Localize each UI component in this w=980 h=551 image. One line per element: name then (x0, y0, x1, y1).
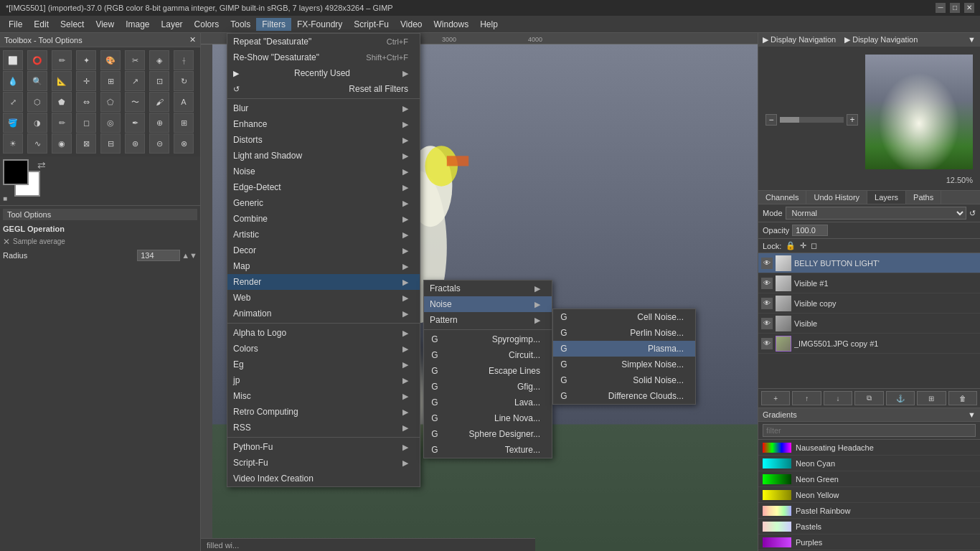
menu-view[interactable]: View (90, 18, 120, 31)
gradient-item-neon-cyan[interactable]: Neon Cyan (758, 456, 980, 471)
noise-cell-noise[interactable]: G Cell Noise... (553, 309, 695, 325)
move-layer-up[interactable]: ↑ (792, 391, 821, 405)
gradients-collapse[interactable]: ▼ (968, 410, 976, 419)
noise-simplex-noise[interactable]: G Simplex Noise... (553, 357, 695, 372)
tool-smudge[interactable]: ∿ (27, 133, 47, 154)
nav-collapse[interactable]: ▼ (968, 35, 976, 44)
radius-spinner[interactable]: ▲▼ (182, 251, 197, 260)
tool-color-picker[interactable]: 💧 (3, 71, 23, 91)
tool-airbrush[interactable]: ◎ (100, 113, 121, 133)
menu-windows[interactable]: Windows (428, 18, 474, 31)
filter-noise[interactable]: Noise ▶ (227, 164, 420, 179)
menu-script-fu[interactable]: Script-Fu (348, 18, 395, 31)
radius-input[interactable] (137, 250, 180, 261)
tool-flip[interactable]: ⇔ (76, 92, 96, 112)
opacity-input[interactable] (792, 225, 828, 236)
tab-paths[interactable]: Paths (906, 191, 941, 204)
tool-free-select[interactable]: ✏ (52, 50, 72, 70)
layer-visibility-0[interactable]: 👁 (761, 258, 773, 269)
layer-item-img5501-copy[interactable]: 👁 _IMG5501.JPG copy #1 (758, 334, 980, 354)
gradient-item-pastels[interactable]: Pastels (758, 519, 980, 534)
tool-rect-select[interactable]: ⬜ (3, 50, 23, 70)
gradient-item-nauseating-headache[interactable]: Nauseating Headache (758, 440, 980, 456)
filter-retro-computing[interactable]: Retro Computing ▶ (227, 404, 420, 420)
maximize-button[interactable]: □ (950, 3, 960, 13)
tool-select-by-color[interactable]: 🎨 (100, 50, 121, 70)
tool-warp[interactable]: 〜 (125, 92, 145, 112)
layer-item-visible-copy[interactable]: 👁 Visible copy (758, 293, 980, 314)
filter-render[interactable]: Render ▶ (227, 274, 420, 290)
tab-undo-history[interactable]: Undo History (806, 191, 867, 204)
noise-difference-clouds[interactable]: G Difference Clouds... (553, 388, 695, 404)
mode-select[interactable]: Normal (786, 207, 966, 220)
filter-blur[interactable]: Blur ▶ (227, 100, 420, 116)
tool-pencil[interactable]: ✏ (52, 113, 72, 133)
tool-clone[interactable]: ⊕ (149, 113, 169, 133)
layer-visibility-3[interactable]: 👁 (761, 318, 773, 329)
filter-alpha-to-logo[interactable]: Alpha to Logo ▶ (227, 325, 420, 341)
filter-repeat-desaturate[interactable]: Repeat "Desaturate" Ctrl+F (227, 34, 420, 50)
filter-distorts[interactable]: Distorts ▶ (227, 132, 420, 148)
filter-reshow-desaturate[interactable]: Re-Show "Desaturate" Shift+Ctrl+F (227, 50, 420, 65)
zoom-minus[interactable]: − (765, 114, 777, 126)
filter-reset-all[interactable]: ↺ Reset all Filters (227, 81, 420, 97)
menu-video[interactable]: Video (395, 18, 428, 31)
layer-item-belly-button-light[interactable]: 👁 BELLY BUTTON LIGHT' (758, 253, 980, 273)
noise-perlin-noise[interactable]: G Perlin Noise... (553, 325, 695, 341)
merge-layer[interactable]: ⊞ (917, 391, 946, 405)
new-layer-button[interactable]: + (761, 391, 790, 405)
tool-blend[interactable]: ◑ (27, 113, 47, 133)
lock-position[interactable]: ✛ (800, 241, 806, 250)
toolbox-close[interactable]: ✕ (189, 35, 196, 44)
nav-tab[interactable]: ▶ Display Navigation (763, 35, 836, 44)
foreground-color[interactable] (3, 159, 29, 185)
render-texture[interactable]: G Texture... (424, 442, 552, 458)
layer-visibility-2[interactable]: 👁 (761, 298, 773, 309)
tool-perspective[interactable]: ⬟ (52, 92, 72, 112)
menu-colors[interactable]: Colors (189, 18, 225, 31)
tab-channels[interactable]: Channels (758, 191, 806, 204)
layer-item-visible[interactable]: 👁 Visible (758, 314, 980, 334)
render-pattern[interactable]: Pattern ▶ (424, 312, 552, 328)
lock-pixels[interactable]: 🔒 (786, 241, 796, 250)
filter-jp[interactable]: jp ▶ (227, 372, 420, 388)
render-circuit[interactable]: G Circuit... (424, 347, 552, 363)
tool-heal[interactable]: ⊞ (174, 113, 194, 133)
move-layer-down[interactable]: ↓ (824, 391, 852, 405)
filter-artistic[interactable]: Artistic ▶ (227, 227, 420, 242)
tool-scale[interactable]: ⤢ (3, 92, 23, 112)
close-button[interactable]: ✕ (964, 3, 974, 13)
menu-fx-foundry[interactable]: FX-Foundry (291, 18, 348, 31)
reset-colors[interactable]: ■ (3, 194, 7, 202)
tool-move[interactable]: ✛ (76, 71, 96, 91)
filter-animation[interactable]: Animation ▶ (227, 306, 420, 321)
gradient-item-neon-green[interactable]: Neon Green (758, 471, 980, 487)
tool-bucket-fill[interactable]: 🪣 (3, 113, 23, 133)
swap-colors[interactable]: ⇄ (37, 159, 46, 171)
duplicate-layer[interactable]: ⧉ (854, 391, 883, 405)
tab-layers[interactable]: Layers (867, 191, 906, 204)
tool-zoom[interactable]: 🔍 (27, 71, 47, 91)
tool-align[interactable]: ⊞ (100, 71, 121, 91)
layer-visibility-1[interactable]: 👁 (761, 278, 773, 289)
tool-crop[interactable]: ⊡ (149, 71, 169, 91)
tool-extra4[interactable]: ⊝ (149, 133, 169, 154)
tool-shear[interactable]: ⬡ (27, 92, 47, 112)
layer-item-visible1[interactable]: 👁 Visible #1 (758, 273, 980, 293)
tool-transform[interactable]: ↗ (125, 71, 145, 91)
tool-extra3[interactable]: ⊛ (125, 133, 145, 154)
tool-extra1[interactable]: ⊠ (76, 133, 96, 154)
filter-python-fu[interactable]: Python-Fu ▶ (227, 439, 420, 455)
gradients-filter-input[interactable] (763, 424, 976, 437)
tool-extra5[interactable]: ⊗ (174, 133, 194, 154)
noise-solid-noise[interactable]: G Solid Noise... (553, 372, 695, 388)
filter-eg[interactable]: Eg ▶ (227, 357, 420, 372)
gradient-item-pastel-rainbow[interactable]: Pastel Rainbow (758, 503, 980, 519)
filter-combine[interactable]: Combine ▶ (227, 211, 420, 227)
menu-edit[interactable]: Edit (28, 18, 55, 31)
menu-tools[interactable]: Tools (225, 18, 256, 31)
minimize-button[interactable]: ─ (936, 3, 946, 13)
filter-edge-detect[interactable]: Edge-Detect ▶ (227, 179, 420, 195)
filter-recently-used[interactable]: ▶ Recently Used ▶ (227, 65, 420, 81)
tool-intelligent-scissors[interactable]: ✂ (125, 50, 145, 70)
